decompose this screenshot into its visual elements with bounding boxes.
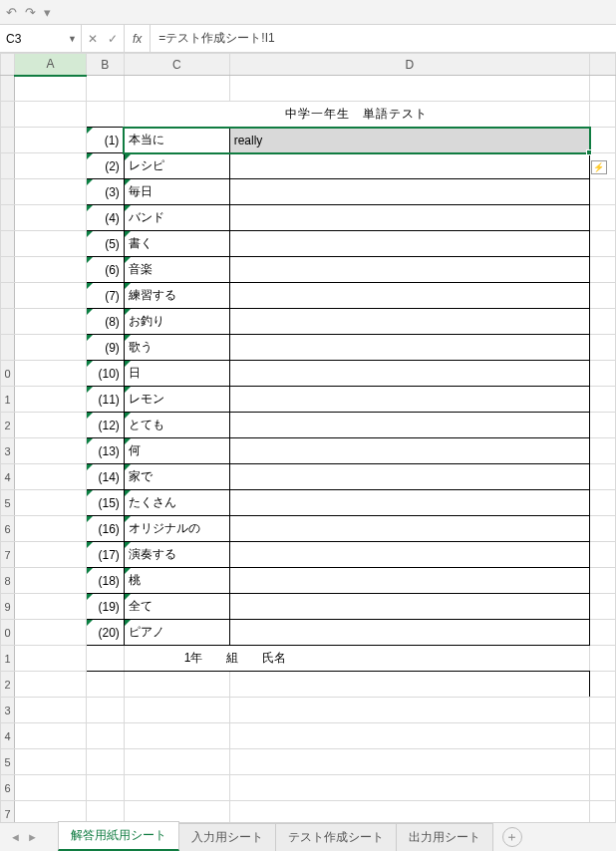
cell[interactable] — [14, 542, 86, 568]
cell[interactable] — [124, 775, 229, 801]
spreadsheet-grid[interactable]: A B C D 中学一年生 単語テスト (1) 本当に really⚡ (2)レ… — [0, 53, 616, 822]
cell[interactable] — [590, 76, 616, 102]
cell-number[interactable]: (4) — [86, 205, 124, 231]
cell[interactable] — [590, 464, 616, 490]
row-header[interactable] — [1, 257, 15, 283]
cell[interactable] — [14, 775, 86, 801]
cell[interactable] — [590, 231, 616, 257]
undo-icon[interactable]: ↶ — [6, 5, 17, 20]
cell[interactable] — [590, 594, 616, 620]
cell[interactable] — [590, 413, 616, 438]
row-header[interactable] — [1, 231, 15, 257]
cell-word[interactable]: 日 — [124, 361, 229, 387]
cell-answer[interactable] — [229, 568, 589, 594]
cell[interactable] — [14, 672, 86, 698]
cell[interactable] — [14, 801, 86, 823]
cell[interactable] — [590, 438, 616, 464]
cell[interactable] — [590, 542, 616, 568]
cell[interactable] — [14, 128, 86, 153]
row-header[interactable]: 2 — [1, 672, 15, 698]
title-cell[interactable]: 中学一年生 単語テスト — [124, 102, 589, 128]
row-header[interactable] — [1, 128, 15, 153]
tab-prev-icon[interactable]: ◄ — [8, 829, 23, 845]
row-header[interactable] — [1, 102, 15, 128]
cell[interactable] — [590, 257, 616, 283]
cell-number[interactable]: (10) — [86, 361, 124, 387]
dropdown-icon[interactable]: ▾ — [44, 5, 51, 20]
cell[interactable] — [14, 749, 86, 775]
cell-word[interactable]: 桃 — [124, 568, 229, 594]
cell[interactable] — [229, 775, 589, 801]
cell[interactable] — [14, 361, 86, 387]
row-header[interactable]: 0 — [1, 620, 15, 646]
cell[interactable] — [229, 723, 589, 749]
cell-answer[interactable] — [229, 620, 589, 646]
cell-number[interactable]: (19) — [86, 594, 124, 620]
cell[interactable] — [229, 698, 589, 723]
cell[interactable] — [14, 309, 86, 335]
cancel-icon[interactable]: ✕ — [88, 32, 98, 46]
cell[interactable] — [86, 76, 124, 102]
cell-number[interactable]: (12) — [86, 413, 124, 438]
cell-number[interactable]: (6) — [86, 257, 124, 283]
cell-answer[interactable] — [229, 283, 589, 309]
cell[interactable] — [14, 231, 86, 257]
cell-word[interactable]: 歌う — [124, 335, 229, 361]
cell[interactable] — [86, 749, 124, 775]
cell[interactable] — [590, 672, 616, 698]
cell-word[interactable]: とても — [124, 413, 229, 438]
cell-number[interactable]: (5) — [86, 231, 124, 257]
footer-cell[interactable]: 1年 組 氏名 — [124, 646, 589, 672]
cell[interactable] — [124, 76, 229, 102]
cell[interactable] — [14, 102, 86, 128]
cell[interactable] — [14, 283, 86, 309]
cell[interactable] — [14, 76, 86, 102]
row-header[interactable] — [1, 179, 15, 205]
cell-number[interactable]: (18) — [86, 568, 124, 594]
cell[interactable] — [14, 646, 86, 672]
cell-answer[interactable] — [229, 490, 589, 516]
cell[interactable] — [14, 698, 86, 723]
cell-answer[interactable] — [229, 335, 589, 361]
cell-word[interactable]: バンド — [124, 205, 229, 231]
cell[interactable] — [590, 179, 616, 205]
cell[interactable] — [590, 723, 616, 749]
cell-answer[interactable]: really⚡ — [229, 128, 589, 153]
cell[interactable] — [86, 775, 124, 801]
cell-number[interactable]: (1) — [86, 128, 124, 153]
cell-answer[interactable] — [229, 205, 589, 231]
row-header[interactable] — [1, 309, 15, 335]
cell[interactable] — [590, 153, 616, 179]
cell-answer[interactable] — [229, 516, 589, 542]
cell-answer[interactable] — [229, 387, 589, 413]
row-header[interactable] — [1, 153, 15, 179]
col-header-B[interactable]: B — [86, 54, 124, 76]
cell[interactable] — [14, 257, 86, 283]
add-sheet-button[interactable]: ＋ — [502, 827, 522, 847]
row-header[interactable]: 9 — [1, 594, 15, 620]
cell[interactable] — [229, 801, 589, 823]
cell[interactable] — [86, 102, 124, 128]
row-header[interactable]: 6 — [1, 775, 15, 801]
cell-word[interactable]: 毎日 — [124, 179, 229, 205]
cell-number[interactable]: (16) — [86, 516, 124, 542]
cell[interactable] — [590, 749, 616, 775]
cell-number[interactable]: (9) — [86, 335, 124, 361]
sheet-tab-output[interactable]: 出力用シート — [396, 823, 493, 851]
row-header[interactable] — [1, 76, 15, 102]
cell[interactable] — [14, 205, 86, 231]
cell[interactable] — [590, 205, 616, 231]
cell-word[interactable]: レシピ — [124, 153, 229, 179]
cell-number[interactable]: (20) — [86, 620, 124, 646]
sheet-tab-answer[interactable]: 解答用紙用シート — [58, 821, 179, 851]
cell[interactable] — [14, 179, 86, 205]
cell-word[interactable]: たくさん — [124, 490, 229, 516]
row-header[interactable]: 2 — [1, 413, 15, 438]
cell[interactable] — [124, 672, 229, 698]
cell-number[interactable]: (15) — [86, 490, 124, 516]
row-header[interactable]: 4 — [1, 464, 15, 490]
cell[interactable] — [14, 568, 86, 594]
cell[interactable] — [590, 361, 616, 387]
cell-word[interactable]: 書く — [124, 231, 229, 257]
col-header-A[interactable]: A — [14, 54, 86, 76]
